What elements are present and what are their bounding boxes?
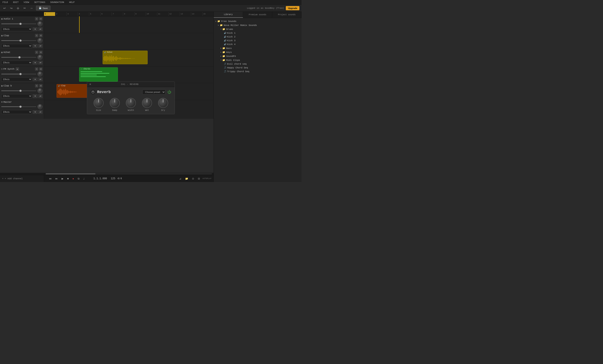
resize-tool-button[interactable]: ↔ — [29, 6, 34, 11]
tree-item-nova-miller[interactable]: ▶ 📁 Nova Miller Remix Sounds — [214, 23, 302, 27]
save-button[interactable]: 💾 Save — [36, 6, 50, 11]
track-hihat-effects-add[interactable]: ⇄ — [38, 61, 43, 65]
track-clapb-volume-slider[interactable] — [1, 89, 36, 92]
track-master-effects-expand[interactable]: ▼ — [33, 110, 37, 114]
menu-view[interactable]: VIEW — [23, 1, 30, 4]
track-master-effects-add[interactable]: ⇄ — [38, 110, 43, 114]
bottom-scrollbar[interactable] — [0, 173, 214, 175]
track-fmsynth-effects-expand[interactable]: ▼ — [33, 77, 37, 81]
track-clapb-effects-add[interactable]: ⇄ — [38, 94, 43, 98]
folder-button[interactable]: 📁 — [184, 177, 189, 181]
record-button[interactable]: ● — [71, 177, 75, 181]
track-clap-solo[interactable]: S — [35, 34, 38, 37]
tree-item-soundfx[interactable]: ▶ 📁 SoundFX — [214, 54, 302, 58]
track-clap-pan-knob[interactable] — [37, 38, 43, 43]
track-fmsynth-mute[interactable]: M — [39, 67, 43, 71]
upgrade-button[interactable]: Upgrade — [286, 6, 299, 10]
hihat-clip[interactable]: 🔊 Hihat — [103, 51, 148, 64]
track-clap-effects-add[interactable]: ⇄ — [38, 44, 43, 48]
track-clap-effects-select[interactable]: Effects — [1, 44, 32, 48]
track-audio1-effects-expand[interactable]: ▼ — [33, 27, 37, 31]
tree-file-kick1-icon: 🔊 — [224, 32, 226, 34]
tree-item-midi-clips[interactable]: ▼ 📁 Midi Clips — [214, 58, 302, 62]
track-hihat-effects-select[interactable]: Effects — [1, 61, 32, 65]
reverb-knob-wet[interactable] — [142, 98, 152, 108]
track-audio1-effects-select[interactable]: Effects — [1, 27, 32, 31]
chords-clip[interactable]: 🎵 Chords — [79, 67, 118, 82]
track-hihat-pan-knob[interactable] — [37, 55, 43, 60]
tree-item-keys[interactable]: ▶ 📁 Keys — [214, 50, 302, 54]
track-fmsynth-effects-select[interactable]: Effects — [1, 77, 32, 81]
tree-item-evil-chord[interactable]: 🎵 Evil chord seq — [214, 62, 302, 66]
track-audio1-solo[interactable]: S — [35, 17, 38, 21]
tree-item-happy-chord[interactable]: 🎵 Happy Chord Seq — [214, 66, 302, 70]
play-button[interactable]: ▶ — [60, 177, 65, 181]
cut-tool-button[interactable]: ✂ — [22, 6, 27, 11]
track-hihat-mute[interactable]: M — [39, 51, 43, 54]
undo-button[interactable]: ↩ — [2, 6, 7, 11]
track-master-effects-select[interactable]: Effects — [1, 110, 32, 114]
menu-soundation[interactable]: SOUNDATION — [49, 1, 65, 4]
track-fmsynth-solo[interactable]: S — [35, 67, 38, 71]
tree-item-kick3[interactable]: 🔊 Kick 3 — [214, 39, 302, 43]
tree-item-bass[interactable]: ▶ 📁 Bass — [214, 46, 302, 50]
rewind-button[interactable]: ⏮ — [48, 177, 53, 181]
reverb-power-button[interactable]: ⏻ — [167, 90, 171, 94]
svg-rect-21 — [121, 58, 121, 59]
reverb-knob-width[interactable] — [126, 98, 136, 108]
tree-item-free-sounds[interactable]: ▶ 📁 Free Sounds — [214, 19, 302, 23]
menu-file[interactable]: FILE — [2, 1, 9, 4]
track-hihat-effects-expand[interactable]: ▼ — [33, 61, 37, 65]
track-fmsynth-expand[interactable]: ▲ — [16, 67, 19, 71]
settings-button2[interactable]: ⊙ — [191, 177, 195, 181]
autoplay-label: AUTOPLAY — [202, 178, 211, 180]
reverb-knob-damp[interactable] — [110, 98, 120, 108]
stop-button[interactable]: ■ — [66, 177, 70, 181]
export-button[interactable]: ⊿ — [178, 177, 183, 181]
reverb-knob-size[interactable] — [93, 98, 104, 108]
tab-project-sounds[interactable]: Project sounds — [272, 12, 302, 18]
track-fmsynth-pan-knob[interactable] — [37, 72, 43, 77]
track-audio1-mute[interactable]: M — [39, 17, 43, 21]
track-clap-mute[interactable]: M — [39, 34, 43, 37]
track-master-pan-knob[interactable] — [37, 104, 43, 109]
track-clap-effects-expand[interactable]: ▼ — [33, 44, 37, 48]
add-channel-button[interactable]: + + Add channel — [0, 175, 44, 182]
reverb-preset-select[interactable]: Choose preset — [142, 89, 165, 95]
track-hihat-solo[interactable]: S — [35, 51, 38, 54]
redo-button[interactable]: ↪ — [9, 6, 14, 11]
menu-settings[interactable]: SETTINGS — [33, 1, 46, 4]
track-audio1-volume-slider[interactable] — [1, 22, 36, 25]
pointer-tool-button[interactable]: ⊹ — [15, 6, 21, 11]
track-clapb-solo[interactable]: S — [35, 84, 38, 88]
loop-button[interactable]: ⧉ — [76, 177, 81, 181]
menu-edit[interactable]: EDIT — [12, 1, 19, 4]
track-fmsynth-volume-slider[interactable] — [1, 73, 36, 76]
track-audio1-pan-knob[interactable] — [37, 21, 43, 26]
svg-rect-44 — [63, 90, 63, 94]
mixer-button[interactable]: ⊟ — [197, 177, 201, 181]
track-master-volume-slider[interactable] — [1, 105, 36, 108]
reverb-knob-dry[interactable] — [158, 98, 168, 108]
tree-item-kick4[interactable]: 🔊 Kick 4 — [214, 43, 302, 46]
tab-premium-sounds[interactable]: Premium sounds — [243, 12, 272, 18]
tab-library[interactable]: Library — [214, 12, 243, 18]
track-audio1-effects-add[interactable]: ⇄ — [38, 27, 43, 31]
track-clap-volume-slider[interactable] — [1, 39, 36, 42]
reverb-close-button[interactable]: ✕ — [89, 83, 91, 86]
tree-item-trippy-chord[interactable]: 🎵 Trippy Chord Seq — [214, 70, 302, 73]
tree-item-kick1[interactable]: 🔊 Kick 1 — [214, 31, 302, 35]
svg-rect-59 — [75, 92, 75, 92]
tree-item-drums[interactable]: ▼ 📁 Drums — [214, 27, 302, 31]
clapb-clip-label: Clap — [61, 85, 66, 87]
track-hihat-volume-slider[interactable] — [1, 56, 36, 59]
track-fmsynth-effects-add[interactable]: ⇄ — [38, 77, 43, 81]
track-clapb-pan-knob[interactable] — [37, 88, 43, 93]
track-clapb-effects-select[interactable]: Effects — [1, 94, 32, 98]
tree-item-kick2[interactable]: 🔊 Kick 2 — [214, 35, 302, 39]
menu-help[interactable]: HELP — [68, 1, 75, 4]
fast-forward-button[interactable]: ⏭ — [54, 177, 59, 181]
track-clapb-effects-expand[interactable]: ▼ — [33, 94, 37, 98]
metronome-button[interactable]: ♩ — [82, 177, 86, 181]
track-clapb-mute[interactable]: M — [39, 84, 43, 88]
